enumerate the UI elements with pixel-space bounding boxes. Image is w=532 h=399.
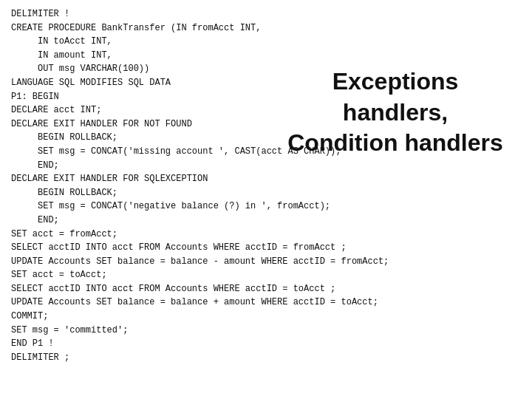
heading-line2: Condition handlers <box>287 129 503 156</box>
heading-line1: Exceptions handlers, <box>332 68 459 126</box>
main-container: DELIMITER ! CREATE PROCEDURE BankTransfe… <box>0 0 532 399</box>
heading-block: Exceptions handlers, Condition handlers <box>262 52 521 159</box>
heading-text: Exceptions handlers, Condition handlers <box>277 66 514 159</box>
code-block: DELIMITER ! CREATE PROCEDURE BankTransfe… <box>11 7 262 364</box>
